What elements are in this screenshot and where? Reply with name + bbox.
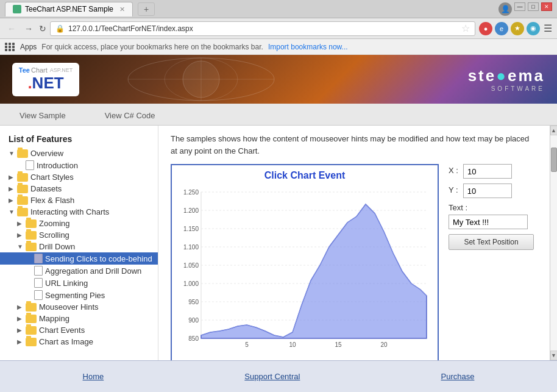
chart-section: Click Chart Event: [171, 164, 439, 360]
text-input[interactable]: [449, 215, 528, 229]
sidebar-label: Introduction: [37, 161, 78, 170]
scroll-track[interactable]: [550, 135, 558, 351]
tab-close-button[interactable]: ✕: [119, 5, 125, 13]
sidebar-item-url-linking[interactable]: URL Linking: [0, 277, 158, 289]
sidebar-label: Flex & Flash: [30, 196, 74, 205]
folder-icon: [17, 185, 28, 193]
close-button[interactable]: ✕: [541, 2, 552, 11]
sidebar-item-mouseover[interactable]: ▶ Mouseover Hints: [0, 301, 158, 313]
sidebar-item-sending-clicks[interactable]: Sending Clicks to code-behind: [0, 252, 158, 265]
expand-icon: ▶: [17, 315, 26, 322]
x-input[interactable]: [463, 164, 512, 179]
lock-icon: 🔒: [55, 24, 65, 33]
chart-title: Click Chart Event: [177, 170, 433, 181]
scroll-down-arrow[interactable]: ▼: [550, 351, 558, 360]
chart-container[interactable]: Click Chart Event: [171, 164, 439, 360]
window-controls: 👤 — □ ✕: [498, 2, 552, 16]
sidebar-label: Mouseover Hints: [39, 302, 99, 312]
steema-sub: SOFTWARE: [468, 85, 545, 92]
sidebar-label: Interacting with Charts: [30, 207, 109, 216]
import-bookmarks-link[interactable]: Import bookmarks now...: [268, 43, 348, 51]
apps-link[interactable]: Apps: [5, 43, 37, 51]
sidebar-item-scrolling[interactable]: ▶ Scrolling: [0, 229, 158, 241]
chart-area[interactable]: 850 900 950 1.000 1.050 1.100 1.150 1.20…: [177, 186, 433, 357]
steema-name: ste●ema: [468, 66, 545, 85]
tab-favicon: [13, 5, 21, 13]
maximize-button[interactable]: □: [528, 2, 539, 11]
expand-icon: ▼: [9, 208, 17, 215]
sidebar-label: Mapping: [39, 314, 69, 323]
footer-support-link[interactable]: Support Central: [244, 372, 300, 381]
logo-net-text: .NET: [27, 74, 63, 93]
y-control-row: Y :: [449, 184, 546, 198]
y-input[interactable]: [463, 184, 512, 198]
folder-icon: [17, 208, 28, 216]
folder-icon: [17, 149, 28, 158]
sidebar-item-mapping[interactable]: ▶ Mapping: [0, 313, 158, 324]
svg-text:15: 15: [335, 341, 342, 348]
teechart-logo: TeeChart ASP.NET .NET: [12, 63, 79, 96]
text-control-row: Text :: [449, 203, 546, 229]
svg-text:1.150: 1.150: [183, 226, 199, 232]
bookmarks-bar: Apps For quick access, place your bookma…: [0, 39, 557, 55]
steema-brand: ste●ema SOFTWARE: [468, 66, 545, 92]
tab-title: TeeChart ASP.NET Sample: [25, 5, 113, 13]
sidebar-item-chart-events[interactable]: ▶ Chart Events: [0, 324, 158, 336]
sidebar-item-interacting[interactable]: ▼ Interacting with Charts: [0, 206, 158, 218]
extension-icon3[interactable]: ◉: [527, 22, 540, 35]
sidebar-item-chart-styles[interactable]: ▶ Chart Styles: [0, 171, 158, 183]
extension-icon2[interactable]: ★: [511, 22, 524, 35]
expand-icon: ▶: [17, 232, 26, 238]
sidebar-label: Chart as Image: [39, 337, 93, 346]
svg-text:1.250: 1.250: [183, 189, 199, 196]
sidebar-item-aggregation[interactable]: Aggregation and Drill Down: [0, 265, 158, 277]
svg-text:850: 850: [188, 335, 199, 342]
new-tab-button[interactable]: +: [138, 2, 155, 16]
sidebar-label: Chart Events: [39, 326, 85, 335]
sidebar-item-segmenting-pies[interactable]: Segmenting Pies: [0, 289, 158, 301]
chart-svg: 850 900 950 1.000 1.050 1.100 1.150 1.20…: [177, 186, 433, 357]
doc-icon: [34, 278, 43, 288]
minimize-button[interactable]: —: [514, 2, 525, 11]
star-icon[interactable]: ☆: [461, 23, 470, 34]
sidebar-label: Sending Clicks to code-behind: [45, 254, 152, 263]
sidebar-item-overview[interactable]: ▼ Overview: [0, 148, 158, 159]
header-decoration: [79, 55, 468, 104]
page-wrapper: TeeChart ASP.NET .NET ste●ema SOFTWARE: [0, 55, 557, 392]
bookmark-icon[interactable]: ●: [479, 22, 492, 35]
sidebar-item-flex-flash[interactable]: ▶ Flex & Flash: [0, 194, 158, 206]
sidebar-item-chart-as-image[interactable]: ▶ Chart as Image: [0, 336, 158, 347]
sidebar-label: Zooming: [39, 219, 70, 228]
svg-text:900: 900: [188, 317, 199, 324]
page-tabs: View Sample View C# Code: [0, 104, 557, 126]
scroll-thumb[interactable]: [551, 148, 557, 172]
extension-icon1[interactable]: e: [495, 22, 508, 35]
browser-tab[interactable]: TeeChart ASP.NET Sample ✕: [5, 2, 133, 16]
refresh-button[interactable]: ↻: [39, 24, 46, 34]
footer-home-link[interactable]: Home: [83, 372, 104, 381]
address-input[interactable]: 🔒 127.0.0.1/TeeChartForNET/index.aspx ☆: [50, 21, 475, 36]
footer-purchase-link[interactable]: Purchase: [441, 372, 475, 381]
site-header: TeeChart ASP.NET .NET ste●ema SOFTWARE: [0, 55, 557, 104]
sidebar-label: Drill Down: [39, 242, 75, 251]
folder-icon: [26, 315, 37, 323]
y-label: Y :: [449, 185, 458, 194]
scroll-up-arrow[interactable]: ▲: [550, 126, 558, 135]
forward-button[interactable]: →: [22, 23, 35, 35]
sidebar-label: Scrolling: [39, 230, 69, 240]
toolbar-icons: ● e ★ ◉: [479, 22, 540, 35]
vertical-scrollbar[interactable]: ▲ ▼: [550, 126, 557, 360]
sidebar-item-zooming[interactable]: ▶ Zooming: [0, 218, 158, 229]
set-text-position-button[interactable]: Set Text Position: [449, 234, 534, 250]
svg-text:5: 5: [245, 341, 249, 348]
view-sample-tab[interactable]: View Sample: [12, 107, 73, 125]
sidebar-item-drill-down[interactable]: ▼ Drill Down: [0, 241, 158, 252]
folder-icon: [17, 196, 28, 205]
doc-icon: [34, 254, 43, 263]
sidebar-item-datasets[interactable]: ▶ Datasets: [0, 183, 158, 194]
sidebar-item-introduction[interactable]: Introduction: [0, 159, 158, 171]
back-button[interactable]: ←: [5, 23, 18, 35]
view-csharp-tab[interactable]: View C# Code: [98, 107, 163, 125]
chrome-menu-button[interactable]: ☰: [544, 23, 552, 34]
sidebar-label: Overview: [30, 149, 63, 158]
